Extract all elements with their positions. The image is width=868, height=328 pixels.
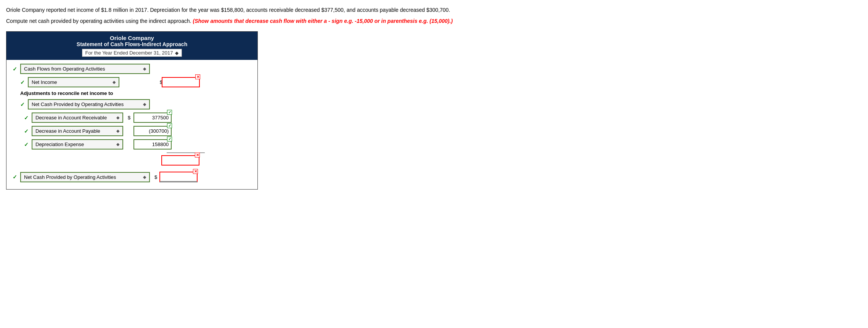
decrease-ar-input[interactable] [133, 113, 172, 123]
decrease-ap-input-wrapper: ✓ [133, 126, 172, 136]
net-cash-final-check-icon: ✓ [13, 174, 18, 180]
decrease-ar-check-badge: ✓ [167, 110, 172, 115]
cash-flows-arrow-icon: ◆ [143, 66, 146, 71]
decrease-ar-input-wrapper: ✓ [133, 113, 172, 123]
net-cash-adj-check-icon: ✓ [20, 101, 26, 108]
depreciation-label: Depreciation Expense [35, 141, 84, 147]
depreciation-check-icon: ✓ [24, 141, 29, 148]
depreciation-arrow-icon: ◆ [116, 142, 119, 147]
intro-paragraph: Oriole Company reported net income of $1… [6, 6, 862, 14]
decrease-ap-row: ✓ Decrease in Account Payable ◆ $ ✓ [24, 126, 251, 136]
net-cash-final-arrow-icon: ◆ [143, 175, 146, 180]
decrease-ar-label: Decrease in Account Receivable [35, 115, 107, 121]
decrease-ap-arrow-icon: ◆ [116, 129, 119, 133]
period-arrow-icon: ◆ [175, 50, 178, 56]
subtotal-x-badge[interactable]: ✕ [195, 153, 200, 158]
net-income-arrow-icon: ◆ [113, 80, 116, 85]
statement-header: Oriole Company Statement of Cash Flows-I… [6, 32, 257, 60]
company-name: Oriole Company [8, 35, 256, 41]
cash-flows-label: Cash Flows from Operating Activities [24, 66, 105, 72]
net-income-x-badge[interactable]: ✕ [195, 74, 200, 79]
net-cash-final-input-wrapper: ✕ [159, 172, 198, 182]
net-cash-adj-dropdown[interactable]: Net Cash Provided by Operating Activitie… [28, 99, 150, 109]
depreciation-row: ✓ Depreciation Expense ◆ $ ✓ [24, 139, 251, 150]
decrease-ap-input[interactable] [133, 126, 172, 136]
decrease-ap-label: Decrease in Account Payable [35, 128, 100, 134]
net-cash-adj-arrow-icon: ◆ [143, 102, 146, 107]
x-icon-net-income: ✕ [196, 75, 199, 79]
decrease-ap-check-icon: ✓ [24, 128, 29, 134]
instruction-static: Compute net cash provided by operating a… [6, 18, 191, 24]
subtotal-input-wrapper: ✕ [161, 155, 199, 166]
net-income-check-icon: ✓ [20, 79, 26, 85]
decrease-ar-row: ✓ Decrease in Account Receivable ◆ $ ✓ [24, 113, 251, 123]
x-icon-subtotal: ✕ [196, 153, 199, 157]
subtotal-input[interactable] [161, 155, 199, 166]
instruction-red-text: (Show amounts that decrease cash flow wi… [193, 18, 453, 24]
adjustments-text-row: Adjustments to reconcile net income to [20, 90, 251, 96]
net-cash-final-input[interactable] [159, 172, 198, 182]
net-income-row: ✓ Net Income ◆ $ ✕ [20, 77, 251, 87]
intro-text: Oriole Company reported net income of $1… [6, 7, 450, 13]
period-label: For the Year Ended December 31, 2017 [85, 50, 173, 56]
statement-title: Statement of Cash Flows-Indirect Approac… [8, 41, 256, 47]
decrease-ar-dropdown[interactable]: Decrease in Account Receivable ◆ [32, 113, 123, 123]
cash-flows-check-icon: ✓ [13, 66, 18, 72]
net-cash-final-x-badge[interactable]: ✕ [193, 169, 198, 174]
cash-flows-row: ✓ Cash Flows from Operating Activities ◆ [13, 64, 251, 74]
decrease-ap-check-badge: ✓ [167, 123, 172, 128]
statement-container: Oriole Company Statement of Cash Flows-I… [6, 31, 258, 190]
net-cash-final-row: ✓ Net Cash Provided by Operating Activit… [13, 172, 251, 182]
instruction-red: (Show amounts that decrease cash flow wi… [193, 18, 453, 24]
net-cash-final-label: Net Cash Provided by Operating Activitie… [24, 174, 116, 180]
depreciation-input[interactable] [133, 139, 172, 150]
dollar-sign-ar: $ [128, 115, 130, 121]
decrease-ap-dropdown[interactable]: Decrease in Account Payable ◆ [32, 126, 123, 136]
net-cash-adj-label: Net Cash Provided by Operating Activitie… [32, 101, 124, 107]
net-income-input[interactable] [162, 77, 200, 87]
form-area: ✓ Cash Flows from Operating Activities ◆… [6, 60, 257, 189]
x-icon-final: ✕ [194, 169, 197, 174]
decrease-ar-check-icon: ✓ [24, 115, 29, 121]
depreciation-check-badge: ✓ [167, 137, 172, 141]
subtotal-row: ✕ [161, 155, 251, 166]
net-income-label: Net Income [32, 79, 57, 85]
decrease-ar-arrow-icon: ◆ [116, 115, 119, 120]
depreciation-input-wrapper: ✓ [133, 139, 172, 150]
net-income-dropdown[interactable]: Net Income ◆ [28, 77, 119, 87]
net-cash-adj-row: ✓ Net Cash Provided by Operating Activit… [20, 99, 251, 109]
instruction-paragraph: Compute net cash provided by operating a… [6, 17, 862, 25]
period-dropdown[interactable]: For the Year Ended December 31, 2017 ◆ [82, 49, 182, 57]
net-income-input-wrapper: ✕ [162, 77, 200, 87]
cash-flows-dropdown[interactable]: Cash Flows from Operating Activities ◆ [20, 64, 150, 74]
depreciation-dropdown[interactable]: Depreciation Expense ◆ [32, 139, 123, 150]
net-cash-final-dropdown[interactable]: Net Cash Provided by Operating Activitie… [20, 172, 150, 182]
dollar-sign-final: $ [154, 174, 157, 180]
period-row: For the Year Ended December 31, 2017 ◆ [8, 49, 256, 57]
